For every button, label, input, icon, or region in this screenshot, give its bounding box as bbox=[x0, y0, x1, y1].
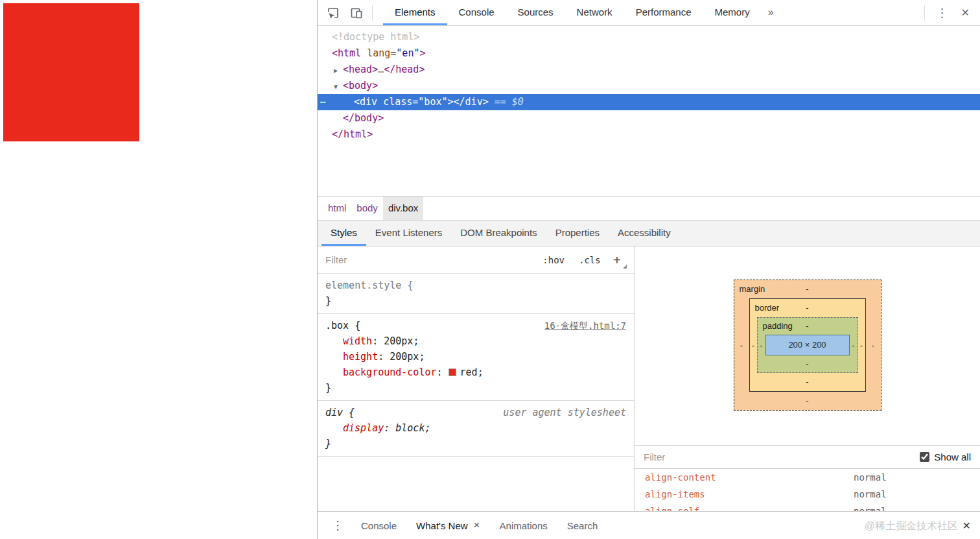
css-property-value[interactable]: red bbox=[460, 366, 478, 378]
code-token: <!doctype html> bbox=[332, 31, 419, 43]
styles-filter-input[interactable] bbox=[325, 254, 535, 265]
elements-dom-tree: <!doctype html><html lang="en">▶<head>…<… bbox=[318, 26, 980, 196]
box-model-border[interactable]: border - - padding - bbox=[749, 298, 866, 392]
new-style-rule-button[interactable]: + bbox=[608, 247, 630, 273]
rule-selector[interactable]: div { bbox=[325, 405, 355, 420]
disclosure-arrow-icon[interactable]: ▼ bbox=[334, 78, 343, 95]
sidebar-tab-accessibility[interactable]: Accessibility bbox=[609, 221, 680, 246]
sidebar-tab-event-listeners[interactable]: Event Listeners bbox=[366, 221, 451, 246]
rule-selector[interactable]: .box { bbox=[325, 318, 360, 333]
sidebar-tab-properties[interactable]: Properties bbox=[546, 221, 609, 246]
padding-left-value[interactable]: - bbox=[758, 341, 765, 350]
sidebar-tab-dom-breakpoints[interactable]: DOM Breakpoints bbox=[451, 221, 546, 246]
tab-console[interactable]: Console bbox=[447, 0, 506, 25]
css-property[interactable]: height: 200px; bbox=[325, 349, 626, 365]
css-property-value[interactable]: 200px bbox=[390, 351, 419, 363]
devtools-menu-icon[interactable]: ⋮ bbox=[929, 6, 956, 20]
border-bottom-value[interactable]: - bbox=[806, 377, 808, 387]
tab-elements[interactable]: Elements bbox=[383, 0, 447, 25]
drawer-tab-what-s-new[interactable]: What's New× bbox=[406, 512, 490, 539]
more-tabs-button[interactable]: » bbox=[762, 0, 780, 25]
sidebar-tab-styles[interactable]: Styles bbox=[321, 221, 366, 246]
padding-bottom-value[interactable]: - bbox=[806, 359, 808, 368]
show-all-checkbox[interactable] bbox=[920, 452, 929, 462]
drawer-menu-icon[interactable]: ⋮ bbox=[324, 518, 351, 533]
device-toolbar-icon[interactable] bbox=[345, 0, 368, 25]
close-tab-icon[interactable]: × bbox=[474, 519, 480, 532]
drawer-tab-animations[interactable]: Animations bbox=[490, 512, 557, 539]
toolbar-tabs: ElementsConsoleSourcesNetworkPerformance… bbox=[383, 0, 762, 25]
margin-top-value[interactable]: - bbox=[806, 284, 808, 294]
dom-tree-line[interactable]: ▶<head>…</head> bbox=[318, 62, 980, 78]
computed-property-row[interactable]: align-selfnormal bbox=[635, 503, 980, 511]
padding-top-value[interactable]: - bbox=[806, 321, 808, 331]
watermark: @稀土掘金技术社区 bbox=[865, 512, 958, 539]
style-rule-section: div {user agent stylesheetdisplay: block… bbox=[318, 401, 634, 457]
padding-right-value[interactable]: - bbox=[850, 341, 858, 350]
tab-performance[interactable]: Performance bbox=[624, 0, 703, 25]
computed-property-row[interactable]: align-itemsnormal bbox=[635, 486, 980, 503]
code-token: <html bbox=[332, 47, 367, 59]
computed-filter-row: Show all bbox=[635, 445, 980, 469]
tab-network[interactable]: Network bbox=[565, 0, 624, 25]
css-property-name[interactable]: width bbox=[343, 335, 372, 347]
dom-tree-line[interactable]: </body> bbox=[318, 110, 980, 126]
css-property-value[interactable]: block bbox=[395, 422, 425, 434]
border-top-value[interactable]: - bbox=[806, 303, 808, 313]
css-property[interactable]: background-color: red; bbox=[325, 365, 626, 380]
devtools-close-icon[interactable]: ✕ bbox=[956, 6, 975, 19]
computed-property-value: normal bbox=[854, 503, 887, 511]
box-model-padding[interactable]: padding - - 200 × 200 - bbox=[757, 317, 858, 373]
breadcrumb-body[interactable]: body bbox=[351, 197, 383, 220]
drawer-tab-label: Console bbox=[361, 520, 397, 531]
tab-memory[interactable]: Memory bbox=[703, 0, 762, 25]
dom-tree-line[interactable]: <html lang="en"> bbox=[318, 45, 980, 62]
drawer-tab-label: Animations bbox=[500, 520, 548, 531]
dom-tree-line-selected[interactable]: ⋯<div class="box"></div> == $0 bbox=[318, 94, 980, 110]
computed-property-name: align-self bbox=[645, 503, 854, 511]
toolbar-divider bbox=[372, 5, 373, 21]
show-all-toggle[interactable]: Show all bbox=[920, 451, 971, 462]
drawer-tab-console[interactable]: Console bbox=[351, 512, 406, 539]
drawer-close-icon[interactable]: ✕ bbox=[953, 520, 980, 532]
code-token: > bbox=[419, 47, 425, 59]
toolbar-divider bbox=[924, 5, 925, 21]
margin-left-value[interactable]: - bbox=[734, 341, 749, 350]
stylesheet-source-link[interactable]: 16-盒模型.html:7 bbox=[544, 318, 626, 333]
dom-tree-line[interactable]: <!doctype html> bbox=[318, 29, 980, 45]
css-property-name[interactable]: height bbox=[343, 351, 378, 363]
breadcrumb-div-box[interactable]: div.box bbox=[383, 197, 423, 220]
more-actions-dots-icon[interactable]: ⋯ bbox=[320, 94, 326, 110]
rule-selector[interactable]: element.style { bbox=[325, 278, 413, 293]
rule-closing-brace: } bbox=[325, 436, 626, 451]
drawer-tab-label: What's New bbox=[416, 520, 468, 531]
computed-property-value: normal bbox=[854, 486, 887, 503]
tab-sources[interactable]: Sources bbox=[506, 0, 565, 25]
color-swatch[interactable] bbox=[449, 368, 456, 376]
margin-bottom-value[interactable]: - bbox=[806, 396, 808, 405]
box-model-margin[interactable]: margin - - border - - bbox=[734, 280, 881, 411]
inspect-icon[interactable] bbox=[321, 0, 345, 25]
css-property[interactable]: display: block; bbox=[325, 420, 626, 436]
dom-tree-line[interactable]: ▼<body> bbox=[318, 78, 980, 94]
code-token: == bbox=[489, 96, 512, 108]
margin-label: margin bbox=[740, 280, 765, 298]
toggle-class-button[interactable]: .cls bbox=[572, 255, 608, 265]
css-property-name[interactable]: background-color bbox=[343, 366, 437, 378]
css-property-name[interactable]: display bbox=[343, 422, 384, 434]
box-model-content[interactable]: 200 × 200 bbox=[765, 335, 850, 355]
drawer-tab-search[interactable]: Search bbox=[557, 512, 608, 539]
code-token: </html> bbox=[332, 128, 373, 140]
margin-right-value[interactable]: - bbox=[866, 341, 881, 350]
toggle-pseudo-button[interactable]: :hov bbox=[535, 255, 572, 265]
css-property[interactable]: width: 200px; bbox=[325, 333, 626, 349]
border-right-value[interactable]: - bbox=[858, 341, 865, 350]
border-left-value[interactable]: - bbox=[750, 341, 757, 350]
breadcrumb-html[interactable]: html bbox=[323, 197, 351, 220]
dom-tree-line[interactable]: </html> bbox=[318, 126, 980, 143]
computed-property-row[interactable]: align-contentnormal bbox=[635, 469, 980, 486]
computed-filter-input[interactable] bbox=[644, 451, 920, 462]
styles-pane: :hov .cls + element.style {}.box {16-盒模型… bbox=[318, 246, 635, 511]
disclosure-arrow-icon[interactable]: ▶ bbox=[334, 62, 343, 78]
css-property-value[interactable]: 200px bbox=[384, 335, 413, 347]
